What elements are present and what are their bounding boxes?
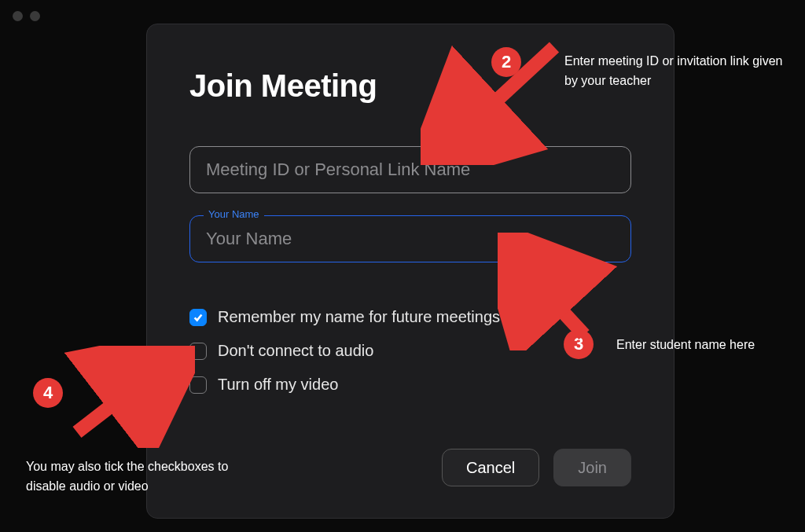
no-video-row[interactable]: Turn off my video [189, 376, 631, 394]
no-audio-label: Don't connect to audio [218, 342, 373, 360]
dialog-buttons: Cancel Join [442, 449, 631, 486]
join-button: Join [553, 449, 631, 486]
annotation-badge-4: 4 [33, 378, 63, 408]
annotation-text-left: You may also tick the checkboxes to disa… [26, 457, 262, 497]
annotation-arrow-2 [421, 39, 570, 165]
cancel-button[interactable]: Cancel [442, 449, 539, 486]
remember-name-checkbox[interactable] [189, 309, 207, 326]
window-dot [13, 11, 23, 21]
svg-line-2 [77, 365, 164, 432]
svg-line-1 [517, 262, 584, 335]
annotation-text-right: Enter student name here [616, 336, 755, 355]
remember-name-label: Remember my name for future meetings [218, 308, 500, 326]
annotation-arrow-4 [61, 346, 195, 448]
window-dot [30, 11, 40, 21]
window-controls [13, 11, 40, 21]
svg-line-0 [448, 47, 554, 145]
annotation-arrow-3 [498, 233, 631, 350]
no-video-label: Turn off my video [218, 376, 338, 394]
annotation-text-top: Enter meeting ID or invitation link give… [564, 52, 785, 91]
name-float-label: Your Name [204, 208, 264, 220]
